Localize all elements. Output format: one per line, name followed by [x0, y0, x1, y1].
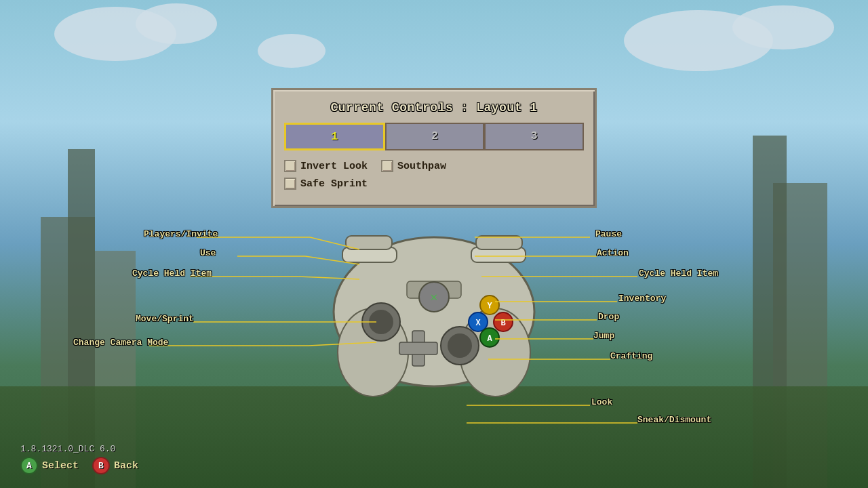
label-jump: Jump: [593, 331, 614, 341]
label-action: Action: [597, 248, 629, 258]
controller-svg-overlay: ✕ Y X B A: [0, 203, 868, 461]
cloud-4: [732, 5, 834, 49]
a-button-icon: A: [20, 457, 38, 474]
safe-sprint-checkbox[interactable]: Safe Sprint: [284, 178, 368, 190]
checkboxes-row-1: Invert Look Southpaw: [284, 160, 584, 172]
svg-text:X: X: [475, 319, 481, 328]
tab-layout-3[interactable]: 3: [484, 123, 584, 150]
label-pause: Pause: [595, 229, 622, 239]
southpaw-box[interactable]: [381, 160, 393, 172]
label-players-invite: Players/Invite: [144, 229, 218, 239]
tab-layout-2[interactable]: 2: [385, 123, 485, 150]
controller-area: ✕ Y X B A: [0, 203, 868, 461]
layout-tabs: 1 2 3: [284, 123, 584, 150]
label-drop: Drop: [598, 312, 619, 322]
controls-dialog: Current Controls : Layout 1 1 2 3 Invert…: [271, 88, 597, 208]
label-use: Use: [200, 248, 216, 258]
svg-text:A: A: [487, 334, 492, 344]
safe-sprint-label: Safe Sprint: [300, 178, 368, 190]
b-button-icon: B: [92, 457, 110, 474]
label-look: Look: [591, 397, 612, 407]
svg-point-13: [448, 333, 472, 358]
back-label: Back: [114, 460, 138, 472]
label-inventory: Inventory: [618, 293, 666, 304]
cloud-2: [136, 3, 217, 44]
svg-rect-15: [399, 342, 437, 354]
svg-text:Y: Y: [487, 302, 492, 311]
southpaw-checkbox[interactable]: Southpaw: [381, 160, 446, 172]
svg-text:✕: ✕: [431, 291, 438, 304]
invert-look-label: Invert Look: [300, 161, 368, 172]
cloud-5: [258, 34, 326, 68]
select-label: Select: [42, 460, 79, 472]
label-change-camera-mode: Change Camera Mode: [73, 338, 168, 348]
label-cycle-held-item-right: Cycle Held Item: [639, 268, 718, 279]
tab-layout-1[interactable]: 1: [284, 123, 385, 150]
hint-back: B Back: [92, 457, 138, 474]
label-move-sprint: Move/Sprint: [136, 314, 194, 324]
invert-look-checkbox[interactable]: Invert Look: [284, 160, 368, 172]
controls-hint: A Select B Back: [20, 457, 138, 474]
svg-rect-6: [476, 236, 522, 249]
dialog-title: Current Controls : Layout 1: [284, 101, 584, 115]
label-sneak-dismount: Sneak/Dismount: [637, 415, 711, 425]
hint-select: A Select: [20, 457, 79, 474]
version-text: 1.8.1321.0_DLC 6.0: [20, 444, 138, 454]
invert-look-box[interactable]: [284, 160, 296, 172]
label-crafting: Crafting: [610, 351, 652, 361]
checkboxes-row-2: Safe Sprint: [284, 178, 584, 190]
bottom-bar: 1.8.1321.0_DLC 6.0 A Select B Back: [20, 444, 138, 474]
safe-sprint-box[interactable]: [284, 178, 296, 190]
southpaw-label: Southpaw: [397, 161, 446, 172]
label-cycle-held-item-left: Cycle Held Item: [132, 268, 212, 279]
